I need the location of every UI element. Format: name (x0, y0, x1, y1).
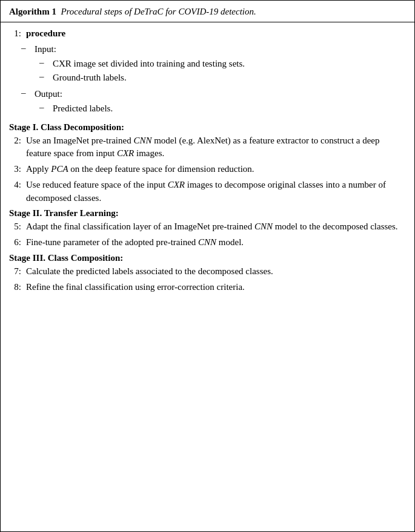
step-5-cnn: CNN (254, 222, 273, 231)
step-6-post: model. (216, 237, 244, 247)
algorithm-header: Algorithm 1 Procedural steps of DeTraC f… (1, 1, 414, 22)
step-4-pre: Use reduced feature space of the input (26, 180, 168, 189)
stage-3-heading: Stage III. Class Composition: (9, 253, 406, 263)
procedure-label: procedure (26, 28, 65, 38)
step-2-end: images. (134, 148, 164, 158)
step-3-pre: Apply (26, 164, 51, 174)
stage-2-heading-text: Stage II. Transfer Learning: (9, 208, 119, 218)
stage-1-heading: Stage I. Class Decomposition: (9, 122, 406, 133)
step-6-cnn: CNN (198, 237, 216, 247)
algorithm-box: Algorithm 1 Procedural steps of DeTraC f… (0, 0, 415, 532)
output-subitem-1: – Predicted labels. (21, 102, 406, 116)
stage-2-heading: Stage II. Transfer Learning: (9, 208, 406, 218)
step-2-content: Use an ImageNet pre-trained CNN model (e… (26, 134, 406, 161)
output-label: Output: (35, 88, 406, 101)
step-6-row: 6: Fine-tune parameter of the adopted pr… (9, 236, 406, 249)
input-subitem-1-content: CXR image set divided into training and … (53, 57, 406, 71)
algorithm-title-italic: Procedural steps of DeTraC for COVID-19 … (59, 7, 256, 16)
step-6-content: Fine-tune parameter of the adopted pre-t… (26, 236, 406, 249)
output-dash: – (21, 88, 35, 98)
step-7-content: Calculate the predicted labels associate… (26, 265, 406, 278)
input-subitem-1: – CXR image set divided into training an… (21, 57, 406, 71)
step-6-num: 6: (9, 236, 26, 249)
input-item: – Input: (21, 43, 406, 56)
step-2-num: 2: (9, 134, 26, 148)
step-5-pre: Adapt the final classification layer of … (26, 222, 254, 231)
input-dash: – (21, 43, 35, 53)
step-1-num: 1: (9, 27, 26, 41)
input-subitem-2-content: Ground-truth labels. (53, 71, 406, 85)
step-5-content: Adapt the final classification layer of … (26, 220, 406, 234)
input-label-text: Input: (35, 44, 56, 54)
step-2-row: 2: Use an ImageNet pre-trained CNN model… (9, 134, 406, 161)
step-6-pre: Fine-tune parameter of the adopted pre-t… (26, 237, 198, 247)
step-3-num: 3: (9, 163, 26, 176)
stage-3-heading-text: Stage III. Class Composition: (9, 253, 123, 263)
input-label: Input: (35, 43, 406, 56)
step-8-row: 8: Refine the final classification using… (9, 281, 406, 294)
step-1-row: 1: procedure (9, 27, 406, 41)
step-3-row: 3: Apply PCA on the deep feature space f… (9, 163, 406, 176)
step-7-row: 7: Calculate the predicted labels associ… (9, 265, 406, 278)
step-4-cxr: CXR (168, 180, 185, 189)
step-5-post: model to the decomposed classes. (273, 222, 398, 231)
step-3-post: on the deep feature space for dimension … (68, 164, 254, 174)
input-subitem-2: – Ground-truth labels. (21, 71, 406, 85)
step-7-num: 7: (9, 265, 26, 278)
step-4-row: 4: Use reduced feature space of the inpu… (9, 179, 406, 205)
output-subitem-1-content: Predicted labels. (53, 102, 406, 116)
step-2-cxr: CXR (117, 148, 134, 158)
stage-1-heading-text: Stage I. Class Decomposition: (9, 122, 124, 132)
algorithm-label: Algorithm 1 (9, 7, 56, 16)
algorithm-title-line: Algorithm 1 Procedural steps of DeTraC f… (9, 5, 406, 18)
input-sub-dash-2: – (39, 71, 53, 82)
input-block: – Input: – CXR image set divided into tr… (9, 43, 406, 116)
step-8-content: Refine the final classification using er… (26, 281, 406, 294)
step-1-content: procedure (26, 27, 406, 41)
step-5-num: 5: (9, 220, 26, 234)
algorithm-body: 1: procedure – Input: – CXR image set di… (1, 22, 414, 303)
step-2-cnn: CNN (133, 136, 151, 145)
algorithm-title: Procedural steps of DeTraC for COVID-19 … (61, 7, 256, 16)
step-4-content: Use reduced feature space of the input C… (26, 179, 406, 205)
step-4-num: 4: (9, 179, 26, 192)
step-2-pre: Use an ImageNet pre-trained (26, 136, 133, 145)
output-sub-dash-1: – (39, 102, 53, 113)
input-sub-dash-1: – (39, 57, 53, 68)
step-3-content: Apply PCA on the deep feature space for … (26, 163, 406, 176)
step-5-row: 5: Adapt the final classification layer … (9, 220, 406, 234)
input-item1-post: image set divided into training and test… (71, 59, 245, 68)
cxr-italic-1: CXR (53, 59, 71, 68)
step-3-pca: PCA (51, 164, 68, 174)
output-item: – Output: (21, 88, 406, 101)
step-8-num: 8: (9, 281, 26, 294)
